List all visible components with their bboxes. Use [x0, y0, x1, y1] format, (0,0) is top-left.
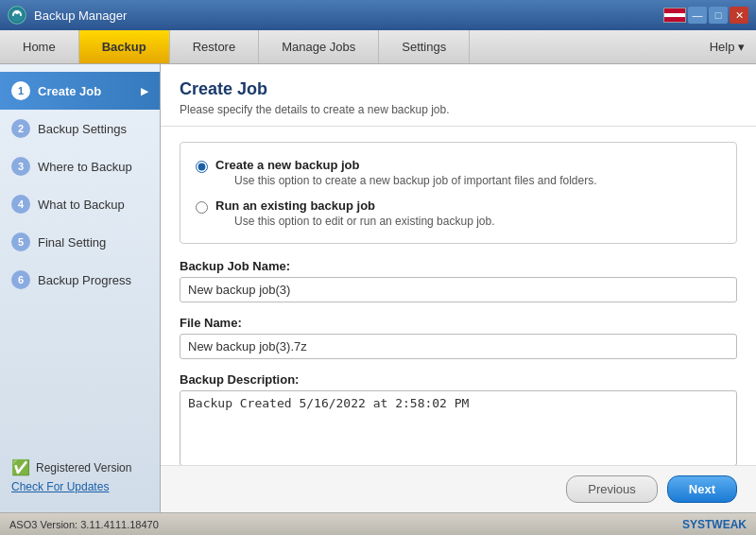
app-icon [8, 6, 26, 25]
title-bar: Backup Manager — □ ✕ [0, 0, 756, 30]
previous-button[interactable]: Previous [566, 475, 658, 503]
minimize-button[interactable]: — [688, 7, 707, 24]
registered-label: Registered Version [36, 461, 131, 475]
radio-new-job[interactable] [196, 161, 208, 173]
job-name-input[interactable] [180, 277, 737, 302]
step-label-1: Create Job [38, 84, 101, 98]
registered-status: ✅ Registered Version [11, 458, 148, 476]
brand-text: SYSTWEAK [682, 518, 747, 531]
main-area: 1 Create Job ▶ 2 Backup Settings 3 Where… [0, 64, 756, 512]
step-label-4: What to Backup [38, 198, 125, 212]
close-button[interactable]: ✕ [730, 7, 748, 24]
sidebar-steps: 1 Create Job ▶ 2 Backup Settings 3 Where… [0, 72, 160, 447]
content-area: Create Job Please specify the details to… [161, 64, 756, 512]
step-label-5: Final Setting [38, 235, 106, 250]
radio-option-existing-job: Run an existing backup job Use this opti… [196, 198, 721, 228]
maximize-button[interactable]: □ [709, 7, 728, 24]
description-label: Backup Description: [180, 372, 737, 387]
radio-option-new-job: Create a new backup job Use this option … [196, 158, 721, 187]
step-num-2: 2 [11, 119, 30, 138]
sidebar-item-backup-progress[interactable]: 6 Backup Progress [0, 261, 160, 299]
version-text: ASO3 Version: 3.11.4111.18470 [9, 519, 159, 530]
app-title: Backup Manager [34, 9, 127, 23]
page-subtext: Please specify the details to create a n… [180, 103, 737, 116]
existing-job-label[interactable]: Run an existing backup job [215, 198, 375, 213]
file-name-label: File Name: [180, 316, 737, 330]
footer: ASO3 Version: 3.11.4111.18470 SYSTWEAK [0, 512, 756, 535]
step-arrow-1: ▶ [141, 86, 148, 96]
content-body: Create a new backup job Use this option … [161, 127, 756, 465]
step-label-6: Backup Progress [38, 273, 131, 287]
sidebar-item-create-job[interactable]: 1 Create Job ▶ [0, 72, 160, 110]
options-box: Create a new backup job Use this option … [180, 142, 737, 244]
sidebar: 1 Create Job ▶ 2 Backup Settings 3 Where… [0, 64, 161, 512]
new-job-label[interactable]: Create a new backup job [215, 158, 359, 172]
step-num-4: 4 [11, 195, 30, 214]
flag-icon [663, 8, 686, 23]
sidebar-bottom: ✅ Registered Version Check For Updates [0, 447, 160, 505]
step-label-3: Where to Backup [38, 160, 132, 174]
button-bar: Previous Next [161, 465, 756, 512]
page-title: Create Job [180, 79, 737, 99]
step-num-1: 1 [11, 81, 30, 100]
new-job-desc: Use this option to create a new backup j… [234, 174, 597, 187]
sidebar-item-what-to-backup[interactable]: 4 What to Backup [0, 185, 160, 223]
radio-existing-job[interactable] [196, 201, 208, 214]
file-name-input[interactable] [180, 334, 737, 359]
new-job-details: Create a new backup job Use this option … [215, 158, 597, 187]
description-textarea[interactable]: Backup Created 5/16/2022 at 2:58:02 PM [180, 390, 737, 465]
description-group: Backup Description: Backup Created 5/16/… [180, 372, 737, 465]
tab-backup[interactable]: Backup [79, 30, 170, 63]
svg-point-1 [15, 10, 19, 14]
tab-settings[interactable]: Settings [379, 30, 470, 63]
step-label-2: Backup Settings [38, 122, 127, 136]
help-menu[interactable]: Help ▾ [698, 30, 756, 63]
job-name-label: Backup Job Name: [180, 259, 737, 273]
job-name-group: Backup Job Name: [180, 259, 737, 302]
content-header: Create Job Please specify the details to… [161, 64, 756, 127]
sidebar-item-final-setting[interactable]: 5 Final Setting [0, 223, 160, 261]
file-name-group: File Name: [180, 316, 737, 359]
registered-icon: ✅ [11, 458, 30, 476]
existing-job-desc: Use this option to edit or run an existi… [234, 215, 495, 228]
sidebar-item-where-to-backup[interactable]: 3 Where to Backup [0, 147, 160, 185]
step-num-5: 5 [11, 233, 30, 251]
window-controls: — □ ✕ [663, 7, 748, 24]
check-updates-link[interactable]: Check For Updates [11, 480, 148, 493]
title-left: Backup Manager [8, 6, 127, 25]
tab-restore[interactable]: Restore [170, 30, 260, 63]
tab-manage-jobs[interactable]: Manage Jobs [259, 30, 379, 63]
tab-home[interactable]: Home [0, 30, 79, 63]
step-num-3: 3 [11, 157, 30, 176]
svg-point-0 [9, 8, 25, 23]
next-button[interactable]: Next [667, 475, 737, 503]
nav-bar: Home Backup Restore Manage Jobs Settings… [0, 30, 756, 64]
existing-job-details: Run an existing backup job Use this opti… [215, 198, 495, 228]
step-num-6: 6 [11, 270, 30, 289]
sidebar-item-backup-settings[interactable]: 2 Backup Settings [0, 110, 160, 147]
